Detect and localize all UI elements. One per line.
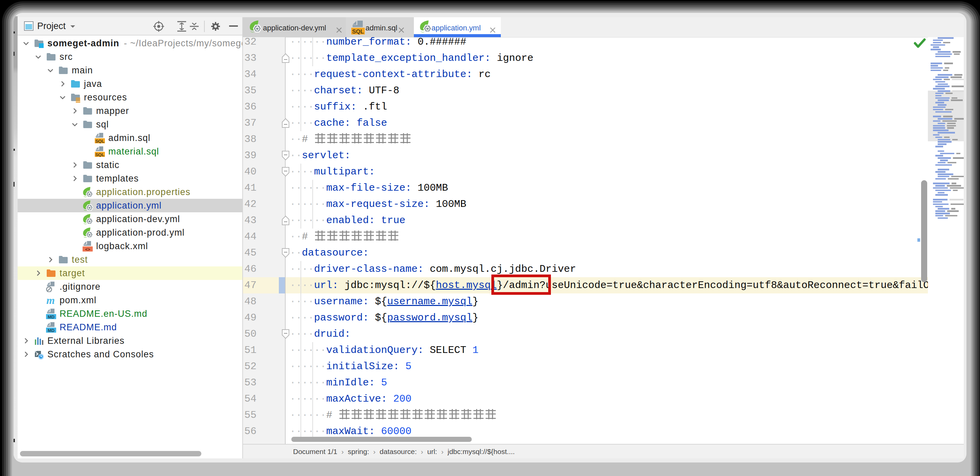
svg-text:<>: <> (85, 246, 90, 252)
svg-text:MD: MD (48, 314, 54, 319)
svg-text:SQL: SQL (95, 152, 105, 157)
svg-text:SQL: SQL (95, 138, 105, 143)
svg-text:MD: MD (48, 328, 54, 333)
svg-text:m: m (46, 295, 55, 306)
